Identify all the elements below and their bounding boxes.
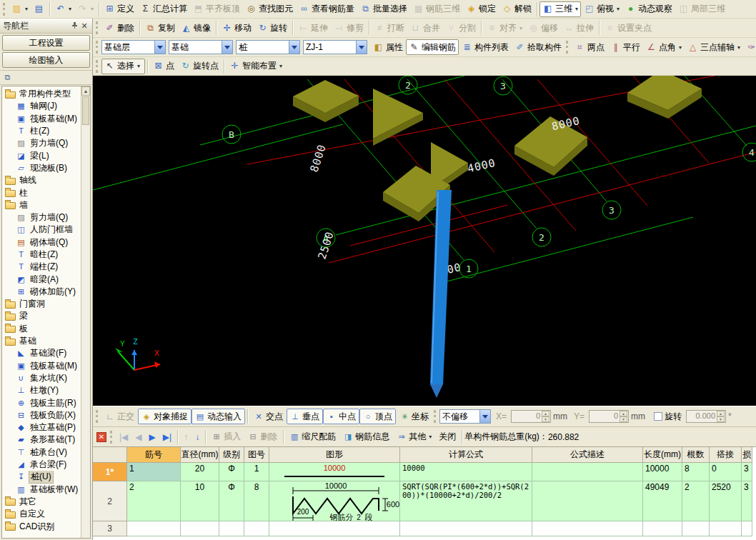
dropdown-arrow-icon[interactable]: ▾ [519,25,522,31]
tree-item-masonry-wall[interactable]: ▤砌体墙(Q) [4,236,80,249]
cell-loss[interactable] [742,521,752,536]
dropdown-arrow-icon[interactable]: ▾ [429,434,432,440]
three-point-axis-button[interactable]: △三点辅轴▾ [685,39,743,55]
tree-item-folder[interactable]: 自定义 [4,508,80,520]
component-name-combo[interactable]: ZJ-1 [303,40,367,54]
column-header-num[interactable] [93,447,127,463]
toolbar-gripper[interactable] [3,3,6,16]
tree-item-folder[interactable]: 门窗洞 [4,298,80,310]
copy-button[interactable]: ⧉复制 [142,20,178,36]
other-menu-button[interactable]: ⇒其他▾ [393,429,435,445]
cell-graphic[interactable]: 10000600200钢筋分2段 [269,481,400,521]
tree-item-pile[interactable]: ↧桩(U) [4,471,80,483]
close-editor-icon[interactable]: ✕ [96,432,106,442]
tree-item-door-frame-wall[interactable]: ◫人防门框墙 [4,224,80,236]
unlock-button[interactable]: ◇解锁 [499,1,534,17]
batch-select-button[interactable]: ⧉批量选择 [357,1,410,17]
properties-button[interactable]: ◧属性 [370,39,406,55]
point-place-button[interactable]: ⊠点 [150,59,177,74]
cell-count[interactable]: 2 [682,481,710,521]
tree-item-raft-slab[interactable]: ▣筏板基础(M) [4,113,80,125]
dropdown-arrow-icon[interactable]: ▾ [137,63,140,69]
tree-item-folder[interactable]: 墙 [4,199,80,211]
cell-lap[interactable]: 2520 [710,481,742,521]
mirror-button[interactable]: ◭镜像 [178,20,214,36]
dropdown-arrow-icon[interactable]: ▾ [279,63,282,69]
tree-scrollbar[interactable]: ▲ [81,86,90,538]
cell-formula[interactable]: SQRT(SQR(PI*(600+2*d))+SQR(200))*(10000+… [400,481,532,521]
rotate-angle-field[interactable]: 0.000▲▼ [686,410,726,423]
tree-item-raft-slab[interactable]: ▣筏板基础(M) [4,360,80,372]
tree-item-strip-footing[interactable]: ▰条形基础(T) [4,434,80,446]
row-header[interactable]: 3 [93,521,127,536]
coordinate-snap-button[interactable]: ✳坐标 [396,409,432,424]
folder-open-button[interactable]: ▨▾ [9,1,31,17]
lock-button[interactable]: ◈锁定 [463,1,499,17]
cell-desc[interactable] [532,463,643,481]
parallel-axis-button[interactable]: ∥平行 [607,39,643,55]
cell-d[interactable]: 20 [181,463,219,481]
tree-item-cap-beam[interactable]: ◢承台梁(F) [4,459,80,471]
cell-tuhao[interactable]: 1 [244,463,269,481]
y-offset-field[interactable]: 0▲▼ [589,410,629,423]
rotate-spinner[interactable]: ▲▼ [717,411,725,422]
close-panel-icon[interactable]: ✕ [79,21,89,31]
perpendicular-snap-button[interactable]: ⊥垂点 [287,409,323,424]
table-row[interactable]: 1*120Φ1100001000010000803 [93,463,756,481]
tree-item-folder[interactable]: 常用构件类型 [4,88,80,100]
toolbar-gripper[interactable] [96,41,99,54]
undo-button[interactable]: ↶▾ [52,1,74,17]
tree-item-column[interactable]: T端柱(Z) [4,261,80,273]
column-header-d[interactable]: 直径(mm) [181,447,219,463]
two-point-axis-button[interactable]: ⌗两点 [572,39,607,55]
close-panel-button[interactable]: 关闭 [435,429,459,445]
tree-item-folder[interactable]: 板 [4,323,80,335]
define-button[interactable]: ⊞定义 [101,1,137,17]
row-header[interactable]: 2 [93,481,127,521]
save-button[interactable]: ▤ [31,1,47,17]
cell-loss[interactable]: 3 [742,463,752,481]
cell-graphic[interactable] [269,521,400,536]
midpoint-snap-button[interactable]: ▪中点 [323,409,359,424]
column-header-len[interactable]: 长度(mm) [643,447,682,463]
dropdown-arrow-icon[interactable]: ▾ [25,6,28,12]
rotate-checkbox[interactable] [654,412,662,421]
cell-formula[interactable] [400,521,532,536]
tree-item-folder[interactable]: CAD识别 [4,520,80,532]
tree-item-folder[interactable]: 梁 [4,310,80,322]
tree-item-axis-grid[interactable]: ▦轴网(J) [4,100,80,112]
combo-dropdown-icon[interactable] [356,41,367,54]
tree-item-folder[interactable]: 其它 [4,496,80,508]
cell-len[interactable]: 10000 [643,463,682,481]
dropdown-arrow-icon[interactable]: ▾ [737,44,740,51]
tree-item-shear-wall[interactable]: ▨剪力墙(Q) [4,211,80,224]
combo-dropdown-icon[interactable] [289,41,299,54]
vertex-snap-button[interactable]: ○顶点 [359,409,396,424]
cell-formula[interactable]: 10000 [400,463,532,481]
cell-d[interactable]: 10 [181,481,219,521]
dropdown-arrow-icon[interactable]: ▾ [91,6,94,12]
tree-item-slab-band[interactable]: ▥基础板带(W) [4,484,80,496]
dropdown-arrow-icon[interactable]: ▾ [617,6,620,12]
tree-item-column-pier[interactable]: ⊥柱墩(Y) [4,384,80,396]
dropdown-arrow-icon[interactable]: ▾ [679,44,682,51]
cell-count[interactable] [682,521,710,536]
cell-desc[interactable] [532,521,643,536]
scrollbar-thumb[interactable] [82,96,89,125]
component-list-button[interactable]: ≣构件列表 [459,39,512,55]
cell-tuhao[interactable] [244,521,269,536]
cell-tuhao[interactable]: 8 [244,481,269,521]
tree-item-hidden-beam[interactable]: ◩暗梁(A) [4,273,80,285]
selected-pile[interactable] [430,190,452,398]
cell-len[interactable]: 49049 [643,481,682,521]
tree-item-cast-slab[interactable]: ▱现浇板(B) [4,162,80,174]
column-header-lap[interactable]: 搭接 [710,447,742,463]
tree-item-pile-cap[interactable]: ⊤桩承台(V) [4,446,80,459]
cell-level[interactable]: Φ [219,463,244,481]
nav-next-button[interactable]: ▶ [146,429,159,445]
cell-lap[interactable]: 0 [710,463,742,481]
rotate-button[interactable]: ↻旋转 [254,20,290,36]
dropdown-arrow-icon[interactable]: ▾ [69,6,71,12]
table-row[interactable]: 2210Φ810000600200钢筋分2段SQRT(SQR(PI*(600+2… [93,481,756,521]
layer-filter-icon[interactable]: ⧉ [2,72,13,83]
